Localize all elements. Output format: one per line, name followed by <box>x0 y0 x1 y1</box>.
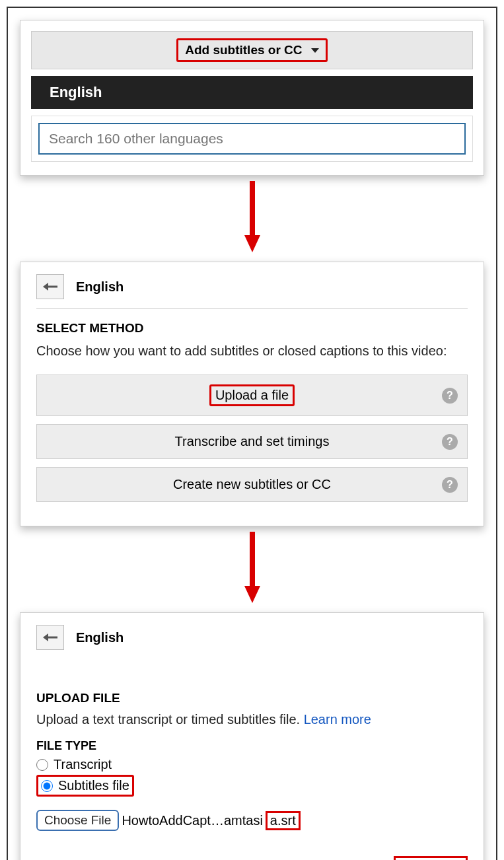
transcript-radio-label: Transcript <box>54 757 112 772</box>
panel-add-subtitles: Add subtitles or CC English <box>20 20 484 176</box>
divider <box>36 308 468 309</box>
flow-arrow-2 <box>20 532 484 607</box>
panel-select-method: English SELECT METHOD Choose how you wan… <box>20 262 484 526</box>
svg-marker-7 <box>43 633 48 641</box>
selected-language-row[interactable]: English <box>31 76 473 109</box>
choose-file-button[interactable]: Choose File <box>36 810 119 831</box>
upload-file-description: Upload a text transcript or timed subtit… <box>36 712 468 727</box>
flow-arrow-1 <box>20 181 484 256</box>
add-subtitles-dropdown[interactable]: Add subtitles or CC <box>176 38 328 62</box>
arrow-left-icon <box>43 282 57 291</box>
upload-file-title: UPLOAD FILE <box>36 691 468 705</box>
arrow-down-icon <box>242 181 262 254</box>
upload-button-highlight: Upload <box>394 856 468 860</box>
upload-file-description-text: Upload a text transcript or timed subtit… <box>36 712 304 727</box>
panel3-language-label: English <box>76 630 124 645</box>
search-wrap <box>31 116 473 162</box>
subtitles-radio[interactable] <box>41 780 53 792</box>
file-type-title: FILE TYPE <box>36 739 468 753</box>
back-button[interactable] <box>36 274 64 299</box>
panel2-language-label: English <box>76 279 124 295</box>
back-button[interactable] <box>36 625 64 650</box>
chosen-filename-ext: a.srt <box>266 811 301 830</box>
search-languages-input[interactable] <box>38 123 466 155</box>
arrow-down-icon <box>242 532 262 604</box>
method-create-label: Create new subtitles or CC <box>173 477 331 492</box>
help-icon[interactable]: ? <box>442 388 458 404</box>
help-icon[interactable]: ? <box>442 434 458 450</box>
file-type-transcript-option[interactable]: Transcript <box>36 757 468 772</box>
transcript-radio[interactable] <box>36 759 48 771</box>
method-transcribe-button[interactable]: Transcribe and set timings ? <box>36 424 468 459</box>
select-method-description: Choose how you want to add subtitles or … <box>36 342 468 360</box>
select-method-title: SELECT METHOD <box>36 321 468 336</box>
subtitles-radio-label: Subtitles file <box>58 778 129 793</box>
chevron-down-icon <box>311 48 319 53</box>
method-transcribe-label: Transcribe and set timings <box>175 434 330 449</box>
learn-more-link[interactable]: Learn more <box>304 712 371 727</box>
add-subtitles-dropdown-bar: Add subtitles or CC <box>31 31 473 69</box>
method-upload-file-button[interactable]: Upload a file ? <box>36 375 468 416</box>
svg-marker-3 <box>43 283 48 291</box>
dropdown-label: Add subtitles or CC <box>185 43 302 57</box>
file-type-subtitles-option[interactable]: Subtitles file <box>41 778 129 793</box>
file-type-subtitles-highlight: Subtitles file <box>36 775 134 797</box>
panel-upload-file: English UPLOAD FILE Upload a text transc… <box>20 612 484 860</box>
selected-language-label: English <box>50 84 102 100</box>
chosen-file-row: Choose File HowtoAddCapt…amtasia.srt <box>36 810 468 831</box>
help-icon[interactable]: ? <box>442 477 458 493</box>
method-upload-label: Upload a file <box>209 384 295 406</box>
arrow-left-icon <box>43 633 57 642</box>
svg-marker-5 <box>244 586 260 603</box>
svg-marker-1 <box>244 235 260 252</box>
tutorial-frame: Add subtitles or CC English <box>7 7 497 860</box>
chosen-filename-prefix: HowtoAddCapt…amtasi <box>122 813 262 828</box>
method-create-button[interactable]: Create new subtitles or CC ? <box>36 467 468 502</box>
